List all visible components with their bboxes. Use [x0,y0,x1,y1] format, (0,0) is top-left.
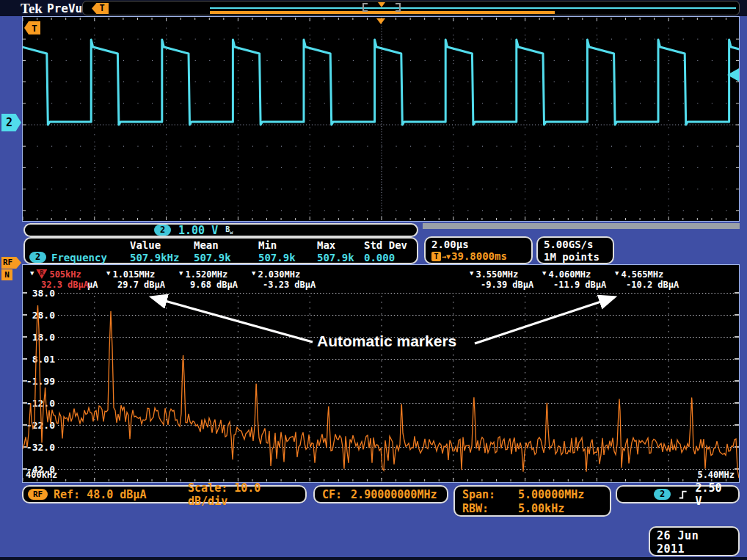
marker-amplitude: -9.39 dBµA [470,280,533,290]
meas-header-min: Min [258,239,277,251]
bandwidth-limit-indicator: Bw [225,225,233,236]
marker-amplitude: 9.68 dBµA [179,280,238,290]
acquisition-box[interactable]: 5.00GS/s 1M points [536,236,614,264]
meas-header-mean: Mean [194,239,219,251]
acquisition-status: PreVu [47,1,82,15]
rf-reference-marker: ▼ R 505kHz 32.3 dBµA [30,269,89,290]
reference-flag-icon: R [36,269,47,279]
expansion-bar [210,11,555,14]
record-line [210,7,736,9]
trigger-readout-box[interactable]: 2 2.50 V [616,485,740,503]
rf-auto-marker: ▼1.520MHz9.68 dBµA [179,269,238,290]
marker-frequency: 4.565MHz [621,269,663,280]
marker-arrow-icon: ▼ [30,269,34,277]
rf-auto-marker: ▼4.565MHz-10.2 dBµA [615,269,679,290]
trigger-position-icon: T [92,3,109,14]
marker-arrow-icon: ▼ [179,269,183,277]
measurement-name: Frequency [51,252,107,263]
trigger-level: 2.50 V [695,481,731,508]
date-label: 26 Jun 2011 [657,529,732,556]
rf-amplitude-unit: µA [87,280,98,290]
trigger-t-label: T [32,23,37,34]
rising-edge-icon [678,489,688,501]
marker-frequency: 4.060MHz [548,269,591,280]
timebase-scale: 2.00µs [431,239,525,250]
delay-arrow-icon: →▼ [442,252,451,261]
rf-badge: RF [28,489,48,500]
marker-arrow-icon: ▼ [252,269,255,277]
ref-marker-amplitude: 32.3 dBµA [30,280,89,290]
rf-ref-level: Ref: 48.0 dBµA [54,488,188,501]
center-frequency-box[interactable]: CF: 2.90000000MHz [313,485,448,503]
ch2-waveform-plot: T [23,17,739,221]
start-frequency-label: 400kHz [26,470,57,480]
horizontal-delay-readout: T →▼ 39.8000ms [431,250,525,262]
meas-header-max: Max [317,239,335,251]
marker-frequency: 2.030MHz [258,269,300,280]
channel-2-scale: 1.00 V [178,224,218,237]
record-overview-bar[interactable]: T [82,1,740,15]
window-bracket-right-icon[interactable] [396,3,401,12]
cf-label: CF: [322,488,342,501]
ch2-trace [23,40,739,125]
trigger-t-icon: T [431,252,441,261]
rf-spectrum-graticule: 38.028.018.08.01-1.99-12.0-22.0-32.0-42.… [22,264,740,483]
marker-arrow-icon: ▼ [106,269,110,277]
rf-marker-layer: ▼ R 505kHz 32.3 dBµA µA ▼1.015MHz29.7 dB… [23,265,739,482]
marker-amplitude: 29.7 dBµA [106,280,165,290]
tek-logo: Tek [21,1,43,17]
meas-value: 507.9kHz [130,252,179,263]
span-label: Span: [462,488,518,502]
window-bracket-left-icon[interactable] [362,3,368,12]
record-length: 1M points [544,251,607,263]
marker-arrow-icon: ▼ [542,269,546,277]
meas-min: 507.9k [258,252,296,263]
trigger-position-top-icon [376,18,385,24]
trigger-source-badge: 2 [654,489,671,500]
stop-frequency-label: 5.40MHz [697,470,735,480]
bottom-edge [0,557,747,560]
horizontal-scale-box[interactable]: 2.00µs T →▼ 39.8000ms [424,236,533,264]
datetime-box: 26 Jun 2011 16:40:55 [649,526,740,556]
ref-marker-freq: 505kHz [49,269,81,280]
meas-max: 507.9k [317,252,354,263]
rf-normalized-badge: N [1,269,12,280]
meas-stddev: 0.000 [364,252,395,263]
marker-frequency: 3.550MHz [475,269,518,280]
sample-rate: 5.00GS/s [544,239,607,251]
meas-mean: 507.9k [194,252,231,263]
meas-header-value: Value [130,239,161,251]
rf-auto-marker: ▼3.550MHz-9.39 dBµA [470,269,533,290]
delay-value: 39.8000ms [451,250,507,262]
time-domain-graticule: T [22,16,740,222]
marker-arrow-icon: ▼ [470,269,473,277]
rbw-value: 5.00kHz [518,502,564,515]
cf-value: 2.90000000MHz [351,488,437,501]
channel-2-badge: 2 [154,225,171,236]
annotation-text: Automatic markers [317,332,456,350]
measurement-readout-box: Value Mean Min Max Std Dev 2 Frequency 5… [23,237,418,264]
marker-amplitude: -3.23 dBµA [252,280,316,290]
channel-2-scale-bar[interactable]: 2 1.00 V Bw [23,223,418,237]
marker-frequency: 1.520MHz [185,269,227,280]
marker-amplitude: -11.9 dBµA [542,280,606,290]
domain-divider-bar [423,223,740,229]
trigger-marker-icon [378,2,385,7]
span-value: 5.00000MHz [518,488,584,501]
marker-amplitude: -10.2 dBµA [615,280,679,290]
rf-channel-badge[interactable]: RF [1,257,21,269]
rf-auto-marker: ▼2.030MHz-3.23 dBµA [252,269,316,290]
meas-header-stddev: Std Dev [364,239,407,251]
marker-frequency: 1.015MHz [112,269,155,280]
top-status-bar: Tek PreVu T [0,0,747,16]
rf-auto-marker: ▼1.015MHz29.7 dBµA [106,269,165,290]
rf-auto-marker: ▼4.060MHz-11.9 dBµA [542,269,606,290]
channel-2-badge: 2 [29,252,46,263]
span-rbw-box[interactable]: Span:5.00000MHz RBW:5.00kHz [453,485,611,517]
marker-arrow-icon: ▼ [615,269,619,277]
rbw-label: RBW: [462,502,518,516]
rf-scale: Scale: 10.0 dB/div [188,481,305,508]
rf-reference-level-box[interactable]: RF Ref: 48.0 dBµA Scale: 10.0 dB/div [22,485,307,503]
channel-2-reference-badge[interactable]: 2 [1,114,21,131]
